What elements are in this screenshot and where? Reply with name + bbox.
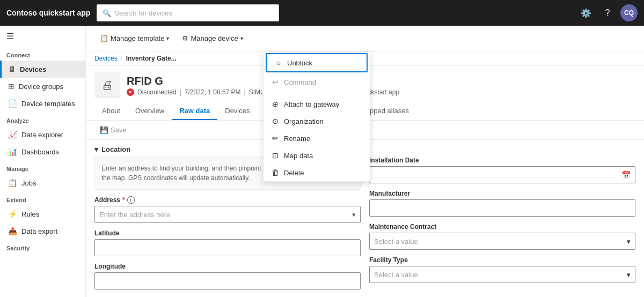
breadcrumb-current: Inventory Gate... — [126, 55, 177, 62]
maintenance-chevron-icon: ▾ — [627, 237, 631, 246]
map-data-icon: ⊡ — [271, 151, 280, 160]
sidebar-section-manage: Manage — [0, 160, 85, 174]
facility-placeholder: Select a value — [374, 271, 418, 279]
dropdown-item-rename[interactable]: ✏ Rename — [264, 130, 370, 147]
save-button[interactable]: 💾 Save — [94, 124, 132, 136]
location-label: Location — [101, 145, 130, 153]
latitude-field: Latitude — [94, 229, 361, 256]
sidebar-item-device-templates[interactable]: 📄 Device templates — [0, 95, 85, 112]
address-required: * — [122, 196, 125, 204]
breadcrumb-separator: › — [121, 55, 123, 62]
facility-chevron-icon: ▾ — [627, 271, 631, 279]
sidebar-item-device-groups[interactable]: ⊞ Device groups — [0, 78, 85, 95]
search-placeholder: Search for devices — [114, 9, 172, 17]
main-layout: ☰ Connect 🖥 Devices ⊞ Device groups 📄 De… — [0, 26, 644, 297]
save-icon: 💾 — [100, 126, 108, 134]
organization-icon: ⊙ — [271, 117, 280, 125]
delete-icon: 🗑 — [271, 168, 280, 177]
sidebar-item-devices[interactable]: 🖥 Devices — [0, 61, 85, 78]
dropdown-divider-1 — [264, 93, 370, 93]
installation-date-label: Installation Date — [369, 157, 635, 164]
attach-gateway-icon: ⊕ — [271, 100, 280, 108]
manage-template-chevron: ▾ — [166, 35, 169, 41]
dropdown-item-organization[interactable]: ⊙ Organization — [264, 113, 370, 130]
tab-raw-data[interactable]: Raw data — [172, 102, 217, 120]
sidebar-section-analyze: Analyze — [0, 112, 85, 126]
sidebar-label-data-explorer: Data explorer — [21, 131, 63, 139]
manage-device-button[interactable]: ⚙ Manage device ▾ — [177, 32, 248, 44]
device-icon: 🖨 — [94, 72, 120, 98]
unblock-icon: ○ — [274, 58, 283, 67]
manage-device-dropdown: ○ Unblock ↩ Command ⊕ Attach to gateway … — [263, 51, 370, 182]
sidebar-item-rules[interactable]: ⚡ Rules — [0, 205, 85, 222]
calendar-icon[interactable]: 📅 — [617, 170, 635, 179]
dropdown-item-command[interactable]: ↩ Command — [264, 73, 370, 91]
avatar[interactable]: CQ — [620, 4, 638, 21]
dashboards-icon: 📊 — [8, 147, 17, 156]
right-column: Installation Date 📅 Manufacturer Mainten… — [369, 157, 635, 296]
devices-icon: 🖥 — [8, 65, 16, 73]
hamburger-menu[interactable]: ☰ — [0, 26, 85, 47]
breadcrumb-root[interactable]: Devices — [94, 55, 118, 62]
address-dropdown[interactable]: Enter the address here ▾ — [94, 206, 361, 223]
section-chevron-icon: ▾ — [94, 145, 98, 153]
sidebar: ☰ Connect 🖥 Devices ⊞ Device groups 📄 De… — [0, 26, 86, 297]
dropdown-item-attach-gateway[interactable]: ⊕ Attach to gateway — [264, 95, 370, 113]
tab-overview[interactable]: Overview — [128, 102, 172, 120]
jobs-icon: 📋 — [8, 179, 17, 187]
sidebar-item-data-explorer[interactable]: 📈 Data explorer — [0, 126, 85, 143]
address-placeholder: Enter the address here — [99, 211, 170, 219]
maintenance-placeholder: Select a value — [374, 237, 418, 246]
latitude-input[interactable] — [94, 239, 361, 256]
tab-about[interactable]: About — [94, 102, 128, 120]
device-info: RFID G ✕ Disconnected | 7/2022, 1:08:57 … — [127, 75, 635, 96]
installation-date-text[interactable] — [370, 171, 617, 179]
dropdown-item-unblock[interactable]: ○ Unblock — [266, 53, 368, 72]
longitude-field: Longitude — [94, 263, 361, 289]
installation-date-input[interactable]: 📅 — [369, 166, 635, 183]
sidebar-label-device-groups: Device groups — [19, 83, 63, 91]
maintenance-contract-field: Maintenance Contract Select a value ▾ — [369, 223, 635, 250]
tab-devices[interactable]: Devices — [217, 102, 257, 120]
address-label: Address * i — [94, 196, 361, 204]
sidebar-label-data-export: Data export — [21, 227, 57, 235]
maintenance-contract-label: Maintenance Contract — [369, 223, 635, 231]
search-icon: 🔍 — [103, 9, 111, 17]
status-dot: ✕ — [127, 88, 134, 96]
rules-icon: ⚡ — [8, 210, 17, 218]
data-explorer-icon: 📈 — [8, 130, 17, 139]
manage-template-icon: 📋 — [100, 34, 108, 42]
search-box[interactable]: 🔍 Search for devices — [97, 4, 279, 21]
longitude-input[interactable] — [94, 272, 361, 289]
sidebar-label-jobs: Jobs — [21, 179, 36, 187]
facility-type-select[interactable]: Select a value ▾ — [369, 266, 635, 283]
content-area: 📋 Manage template ▾ ⚙ Manage device ▾ ○ … — [86, 26, 644, 297]
address-chevron-icon: ▾ — [352, 211, 356, 219]
sidebar-label-devices: Devices — [20, 65, 46, 73]
sidebar-label-device-templates: Device templates — [21, 100, 75, 108]
settings-button[interactable]: ⚙️ — [577, 4, 595, 21]
sidebar-item-dashboards[interactable]: 📊 Dashboards — [0, 143, 85, 160]
sidebar-label-rules: Rules — [21, 210, 39, 218]
sidebar-label-dashboards: Dashboards — [21, 148, 59, 156]
address-info-icon[interactable]: i — [127, 196, 135, 204]
sidebar-item-data-export[interactable]: 📤 Data export — [0, 222, 85, 240]
command-icon: ↩ — [271, 78, 280, 86]
sidebar-item-jobs[interactable]: 📋 Jobs — [0, 174, 85, 191]
maintenance-contract-select[interactable]: Select a value ▾ — [369, 233, 635, 250]
device-status-text: Disconnected — [137, 88, 177, 96]
manufacturer-input[interactable] — [369, 199, 635, 217]
facility-type-field: Facility Type Select a value ▾ — [369, 256, 635, 283]
help-button[interactable]: ? — [599, 4, 616, 21]
dropdown-item-delete[interactable]: 🗑 Delete — [264, 164, 370, 181]
installation-date-field: Installation Date 📅 — [369, 157, 635, 183]
facility-type-label: Facility Type — [369, 256, 635, 264]
latitude-label: Latitude — [94, 229, 361, 237]
sidebar-section-security: Security — [0, 240, 85, 254]
dropdown-item-map-data[interactable]: ⊡ Map data — [264, 147, 370, 164]
device-timestamp: 7/2022, 1:08:57 PM — [185, 88, 241, 96]
longitude-label: Longitude — [94, 263, 361, 270]
manage-device-icon: ⚙ — [182, 34, 188, 42]
manage-template-button[interactable]: 📋 Manage template ▾ — [94, 32, 174, 44]
manufacturer-field: Manufacturer — [369, 190, 635, 217]
